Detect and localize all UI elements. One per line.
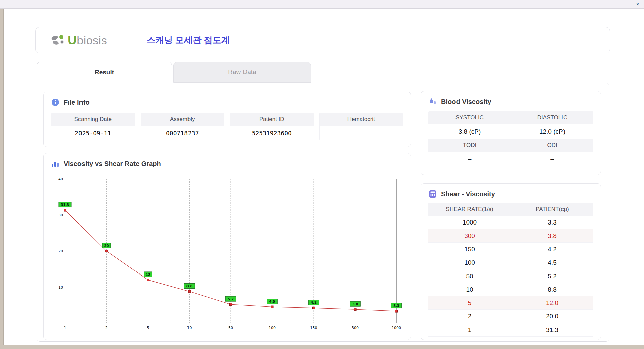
blood-viscosity-header: Blood Viscosity	[428, 97, 601, 106]
patient-cell: 3.3	[511, 216, 593, 229]
tab-result[interactable]: Result	[37, 62, 172, 83]
logo-letter-u: U	[68, 33, 77, 47]
svg-text:20: 20	[58, 249, 63, 253]
patient-cell: 12.0	[511, 296, 593, 309]
table-row: 300 3.8	[428, 229, 593, 243]
chart-wrap: 31.320128.85.24.54.23.83.312510501001503…	[52, 176, 404, 335]
logo-text: Ubiosis	[68, 33, 107, 47]
table-row: 1 31.3	[428, 323, 593, 337]
blood-viscosity-table: SYSTOLIC DIASTOLIC 3.8 (cP) 12.0 (cP) TO…	[428, 111, 593, 166]
bv-value-row-1: 3.8 (cP) 12.0 (cP)	[428, 124, 593, 139]
svg-text:300: 300	[352, 326, 359, 330]
todi-value: –	[428, 152, 511, 166]
graph-header: Viscosity vs Shear Rate Graph	[51, 159, 411, 168]
bv-value-row-2: – –	[428, 152, 593, 166]
titlebar: ×	[0, 0, 644, 9]
file-info-fields: Scanning Date 2025-09-11 Assembly 000718…	[51, 113, 403, 140]
table-row: 1000 3.3	[428, 216, 593, 229]
shear-rate-cell: 50	[428, 269, 511, 283]
patient-column-header: PATIENT(cp)	[511, 203, 593, 216]
svg-text:5: 5	[147, 326, 149, 330]
field-label: Scanning Date	[51, 113, 135, 126]
graph-panel: Viscosity vs Shear Rate Graph 31.320128.…	[43, 153, 411, 340]
shear-rate-cell: 10	[428, 283, 511, 296]
app-window: Ubiosis 스캐닝 모세관 점도계 Result Raw Data File…	[3, 9, 644, 345]
info-icon	[51, 98, 60, 107]
shear-viscosity-panel: Shear - Viscosity SHEAR RATE(1/s) PATIEN…	[421, 183, 601, 340]
table-row: 10 8.8	[428, 283, 593, 296]
svg-text:3.8: 3.8	[352, 302, 358, 306]
table-row: 2 20.0	[428, 310, 593, 323]
table-row: 100 4.5	[428, 256, 593, 269]
field-value: 52531923600	[230, 126, 314, 140]
svg-text:10: 10	[187, 326, 192, 330]
header-card: Ubiosis 스캐닝 모세관 점도계	[35, 27, 610, 53]
field-value: 2025-09-11	[51, 126, 135, 140]
tab-raw-data[interactable]: Raw Data	[173, 62, 311, 83]
viscosity-chart: 31.320128.85.24.54.23.83.312510501001503…	[52, 176, 404, 333]
odi-value: –	[511, 152, 593, 166]
field-label: Hematocrit	[320, 113, 403, 126]
svg-text:150: 150	[310, 326, 317, 330]
shear-rate-column-header: SHEAR RATE(1/s)	[428, 203, 511, 216]
bar-chart-icon	[51, 159, 60, 168]
shear-rate-cell: 5	[428, 296, 511, 309]
patient-cell: 8.8	[511, 283, 593, 296]
blood-viscosity-title: Blood Viscosity	[441, 98, 491, 106]
field-value: 000718237	[141, 126, 224, 140]
svg-text:12: 12	[146, 273, 150, 277]
svg-text:31.3: 31.3	[61, 203, 69, 207]
blood-viscosity-panel: Blood Viscosity SYSTOLIC DIASTOLIC 3.8 (…	[421, 91, 601, 175]
water-droplets-icon	[428, 97, 437, 106]
bv-header-row-1: SYSTOLIC DIASTOLIC	[428, 111, 593, 124]
tab-raw-data-label: Raw Data	[228, 68, 256, 76]
sv-header-row: SHEAR RATE(1/s) PATIENT(cp)	[428, 203, 593, 216]
shear-viscosity-table: SHEAR RATE(1/s) PATIENT(cp) 1000 3.3 300…	[428, 203, 593, 337]
shear-rate-cell: 300	[428, 229, 511, 242]
svg-text:10: 10	[58, 285, 63, 290]
svg-text:4.5: 4.5	[269, 300, 275, 303]
svg-text:50: 50	[228, 326, 233, 330]
field-patient-id: Patient ID 52531923600	[230, 113, 314, 140]
diastolic-value: 12.0 (cP)	[511, 124, 593, 139]
shear-viscosity-header: Shear - Viscosity	[428, 190, 601, 198]
patient-cell: 4.2	[511, 243, 593, 256]
shear-rate-cell: 1000	[428, 216, 511, 229]
field-label: Assembly	[141, 113, 224, 126]
result-tab-content: File Info Scanning Date 2025-09-11 Assem…	[37, 83, 609, 342]
file-info-title: File Info	[64, 99, 90, 106]
leaf-dots-icon	[50, 34, 66, 47]
odi-header: ODI	[511, 139, 593, 152]
file-info-header: File Info	[51, 98, 411, 107]
svg-text:100: 100	[269, 326, 276, 330]
shear-viscosity-title: Shear - Viscosity	[441, 190, 495, 198]
tab-result-label: Result	[95, 69, 114, 76]
shear-rate-cell: 1	[428, 323, 511, 336]
patient-cell: 20.0	[511, 310, 593, 323]
table-row: 150 4.2	[428, 243, 593, 256]
patient-cell: 3.8	[511, 229, 593, 242]
svg-text:30: 30	[58, 213, 63, 217]
patient-cell: 4.5	[511, 256, 593, 269]
patient-cell: 31.3	[511, 323, 593, 336]
logo-letters-rest: biosis	[77, 34, 107, 47]
svg-text:1: 1	[64, 326, 66, 330]
field-assembly: Assembly 000718237	[141, 113, 225, 140]
svg-text:2: 2	[105, 326, 108, 330]
app-title: 스캐닝 모세관 점도계	[147, 34, 230, 46]
calculator-icon	[428, 190, 437, 198]
svg-text:4.2: 4.2	[311, 301, 317, 304]
todi-header: TODI	[428, 139, 511, 152]
systolic-value: 3.8 (cP)	[428, 124, 511, 139]
field-label: Patient ID	[230, 113, 314, 126]
svg-text:40: 40	[58, 177, 63, 181]
table-row: 5 12.0	[428, 296, 593, 310]
graph-title: Viscosity vs Shear Rate Graph	[64, 160, 161, 168]
close-button[interactable]: ×	[634, 1, 641, 8]
svg-text:1000: 1000	[392, 326, 401, 330]
svg-text:5.2: 5.2	[228, 297, 234, 301]
svg-text:20: 20	[104, 244, 109, 248]
svg-text:8.8: 8.8	[186, 284, 193, 288]
svg-text:3.3: 3.3	[393, 304, 399, 308]
shear-rate-cell: 2	[428, 310, 511, 323]
